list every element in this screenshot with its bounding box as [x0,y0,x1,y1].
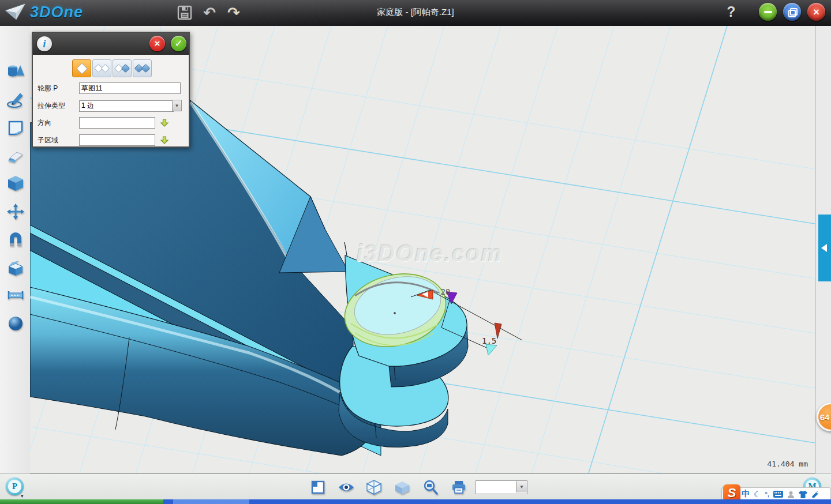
paper-plane-icon [5,2,27,22]
special-feature-button[interactable] [6,258,25,278]
eraser-button[interactable] [6,146,25,166]
ime-language-toggle[interactable]: 中 [742,489,750,499]
app-logo: 3DOne [5,2,83,22]
primitive-solids-button[interactable] [6,62,25,81]
move-arrows-icon [6,203,25,220]
restore-icon [788,8,796,16]
zoom-magnifier-icon [422,479,439,495]
print-button[interactable] [449,479,469,496]
extrude-type-label: 拉伸类型 [38,101,79,111]
direction-label: 方向 [38,118,79,128]
sketch-pencil-icon [6,91,25,108]
measure-button[interactable] [6,285,25,305]
diamond-icon [121,64,130,73]
printer-icon [451,480,467,495]
taskbar-sliver[interactable] [0,499,831,504]
taskbar-start-sliver[interactable] [0,499,163,504]
keyboard-icon [773,491,783,498]
combo-dropdown-button[interactable]: ▼ [516,481,527,492]
material-render-button[interactable] [6,314,25,333]
surface-button[interactable] [6,118,25,138]
close-button[interactable]: × [807,3,825,21]
minimize-icon [764,11,772,13]
title-bar: 3DOne ↶ ↷ 家庭版 - [阿帕奇.Z1] ? × [0,0,831,27]
dialog-ok-button[interactable]: ✓ [171,36,186,51]
sphere-icon [6,315,25,332]
diamond-icon [101,64,110,73]
taskbar-window-sliver[interactable] [173,499,249,504]
redo-button[interactable]: ↷ [224,3,244,22]
undo-button[interactable]: ↶ [200,3,219,22]
direction-row: 方向 [38,116,184,129]
eraser-icon [6,148,25,165]
mode-button-1[interactable] [72,59,91,77]
open-box-icon [6,259,25,277]
wireframe-cube-icon [366,479,382,495]
sketch-button[interactable] [6,90,25,110]
feature-modeling-button[interactable] [6,174,25,193]
wireframe-view-button[interactable] [364,479,384,496]
sketch-center-point [394,312,396,314]
subregion-input[interactable] [79,134,155,146]
profile-input[interactable] [79,82,181,94]
help-button[interactable]: ? [723,3,740,22]
mode-button-4[interactable] [133,59,152,77]
panel-expand-tab[interactable] [818,215,831,281]
extrude-type-input[interactable] [79,100,174,112]
chevron-down-icon: ▼ [519,484,524,490]
dialog-header[interactable]: i × ✓ [33,33,189,55]
save-icon [177,5,192,20]
eye-icon [338,481,355,494]
zoom-view-button[interactable] [421,479,440,496]
view-layout-icon [310,480,325,495]
restore-button[interactable] [783,3,801,21]
p-badge-label: P [8,480,21,493]
ime-keyboard-button[interactable] [773,491,783,498]
p-badge-dropdown[interactable]: ▾ [21,493,24,499]
app-name: 3DOne [30,3,83,21]
ime-punctuation-icon[interactable]: °, [765,491,769,498]
subregion-label: 子区域 [38,136,79,145]
direction-pick-button[interactable] [160,118,169,127]
view-layout-button[interactable] [308,479,328,496]
extrude-mode-buttons [72,59,189,77]
ime-account-button[interactable] [787,491,795,498]
drag-arrow-offset[interactable] [486,344,497,355]
extrude-dialog: i × ✓ 轮廓 P 拉伸类型 ▼ 方向 [32,32,190,148]
surface-icon [6,119,25,137]
application-window: 3DOne ↶ ↷ 家庭版 - [阿帕奇.Z1] ? × [0,0,831,504]
green-down-arrow-icon [160,136,169,145]
undo-icon: ↶ [203,4,216,22]
minimize-button[interactable] [759,3,777,21]
chevron-down-icon: ▼ [175,103,179,108]
profile-label: 轮廓 P [38,84,79,93]
direction-input[interactable] [79,117,155,129]
ime-skin-button[interactable] [799,491,807,498]
measurement-readout: 41.404 mm [768,460,808,468]
magnet-button[interactable] [6,230,25,250]
visibility-button[interactable] [336,479,356,496]
subregion-pick-button[interactable] [160,136,169,145]
expand-left-icon [821,244,827,252]
extrude-type-row: 拉伸类型 ▼ [38,99,184,112]
info-icon: i [37,36,52,51]
extrude-type-dropdown-button[interactable]: ▼ [172,100,182,111]
dialog-cancel-button[interactable]: × [149,36,165,51]
dim-label-offset: 1.5 [482,336,496,345]
diamond-icon [141,64,151,73]
profile-row: 轮廓 P [38,82,184,95]
magnet-icon [6,231,25,249]
left-toolbar [0,26,31,473]
move-button[interactable] [6,202,25,221]
dim-label-extrude: -20 [436,287,450,296]
ime-fullhalf-icon[interactable]: ☾ [754,490,761,499]
redo-icon: ↷ [227,4,240,22]
save-button[interactable] [175,3,194,22]
mode-button-3[interactable] [113,59,132,77]
mode-button-2[interactable] [92,59,111,77]
ime-settings-button[interactable] [811,491,819,498]
measure-bracket-icon [6,287,25,304]
view-scale-combobox[interactable]: ▼ [476,480,527,494]
shaded-view-button[interactable] [392,479,412,496]
tshirt-icon [799,491,807,498]
